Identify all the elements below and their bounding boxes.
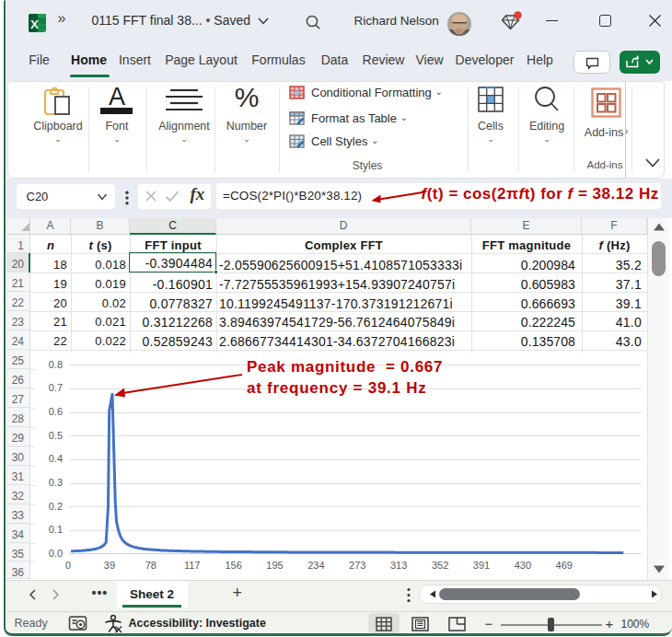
svg-text:X: X (29, 17, 38, 31)
